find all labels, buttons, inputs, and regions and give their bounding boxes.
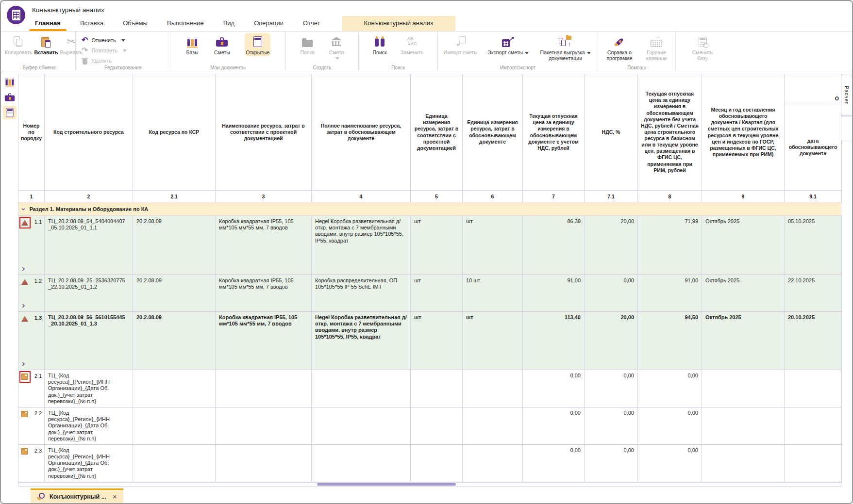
search-button[interactable]: Поиск [372,33,388,56]
cell-code[interactable]: ТЦ_{Код ресурса}_{Регион}_{ИНН Организац… [45,370,133,407]
cell-price_vat[interactable]: 91,00 [523,275,585,312]
column-header[interactable]: Код ресурса по КСР [133,74,216,191]
opened-button[interactable]: Открытые [245,33,270,56]
table-row[interactable]: 2.2ТЦ_{Код ресурса}_{Регион}_{ИНН Органи… [18,407,841,445]
table-row[interactable]: 1.2›ТЦ_20.2.08.09_25_2536320775 _22.10.2… [18,275,841,312]
tab-otchet[interactable]: Отчет [296,16,327,31]
hotkeys-button[interactable]: Горячие клавиши [640,33,673,62]
cell-month[interactable]: Октябрь 2025 [702,216,785,275]
column-number[interactable]: 2.1 [133,191,216,202]
rail-estimates-button[interactable] [3,90,17,104]
cell-price_no_vat[interactable]: 0,00 [638,445,702,482]
cell-unit_doc[interactable]: 10 шт [463,275,523,312]
package-icon[interactable] [21,448,29,455]
cell-price_no_vat[interactable]: 0,00 [638,370,702,407]
cell-full_name[interactable]: Hegel Коробка разветвительная д/откр. мо… [312,312,411,370]
cell-price_no_vat[interactable]: 94,50 [638,312,702,370]
cell-code[interactable]: ТЦ_20.2.08.09_56_5610155445 _20.10.2025_… [45,312,133,370]
undo-dropdown-icon[interactable] [121,39,125,42]
tab-vypolnenie[interactable]: Выполнение [160,16,211,31]
cell-unit_doc[interactable] [463,407,523,445]
cell-full_name[interactable] [312,370,411,407]
cell-unit_proj[interactable]: шт [411,312,463,370]
cell-unit_proj[interactable]: шт [411,275,463,312]
expand-row-icon[interactable]: › [22,360,25,366]
column-number[interactable]: 5 [411,191,463,202]
cell-code[interactable]: ТЦ_20.2.08.09_25_2536320775 _22.10.2025_… [45,275,133,312]
rail-bases-button[interactable] [3,75,17,88]
cell-ksr[interactable]: 20.2.08.09 [133,216,216,275]
cell-unit_proj[interactable]: шт [411,216,463,275]
column-number[interactable]: 7 [523,191,585,202]
estimate-dropdown-icon[interactable] [335,57,339,60]
expand-row-icon[interactable]: › [22,265,25,271]
bases-button[interactable]: Базы [185,33,200,56]
column-header[interactable]: Единица измерения ресурса, затрат в соот… [411,74,463,191]
expand-row-icon[interactable]: › [22,302,25,308]
cell-name[interactable]: Коробка квадратная IP55, 105 мм*105 мм*5… [216,216,312,275]
about-button[interactable]: Справка о программе [601,33,638,62]
column-header[interactable]: Номер по порядку [18,74,45,191]
estimates-button[interactable]: Сметы [213,33,231,56]
package-icon[interactable] [21,374,29,380]
cell-unit_doc[interactable] [463,445,523,482]
package-icon[interactable] [21,411,29,418]
cell-month[interactable] [702,445,785,482]
copy-button[interactable]: Копировать [4,33,33,56]
cell-month[interactable] [702,370,785,407]
tab-vid[interactable]: Вид [217,16,242,31]
cell-price_vat[interactable]: 0,00 [523,370,585,407]
cell-row-number[interactable]: 1.1› [18,216,45,275]
column-header[interactable]: Текущая отпускная цена за единицу измере… [523,74,585,191]
cell-price_vat[interactable]: 86,39 [523,216,585,275]
cell-price_vat[interactable]: 0,00 [523,445,585,482]
tab-konyunkturny-analiz[interactable]: Конъюнктурный анализ [342,16,455,31]
import-estimate-button[interactable]: ↲ Импорт сметы [439,33,482,56]
redo-dropdown-icon[interactable] [123,49,127,52]
column-header[interactable]: Одата обосновывающего документа [785,74,842,191]
tab-obyomy[interactable]: Объёмы [116,16,154,31]
cell-unit_doc[interactable]: шт [463,216,523,275]
cell-full_name[interactable] [312,407,411,445]
cell-date[interactable] [785,445,842,482]
cell-price_no_vat[interactable]: 0,00 [638,407,702,445]
column-header[interactable]: Текущая отпускная цена за единицу измере… [638,74,702,191]
cell-name[interactable] [216,407,312,445]
cell-ksr[interactable] [133,407,216,445]
cell-vat[interactable]: 20,00 [585,216,638,275]
cell-vat[interactable]: 0,00 [585,445,638,482]
cell-full_name[interactable]: Коробка распределительная, ОП 105*105*55… [312,275,411,312]
cell-date[interactable] [785,407,842,445]
horizontal-scrollbar[interactable] [18,482,841,487]
undo-button[interactable]: ↶ Отменить [82,36,125,44]
column-number[interactable]: 2 [45,191,133,202]
cell-price_no_vat[interactable]: 91,00 [638,275,702,312]
rail-opened-button[interactable] [3,106,17,119]
delete-button[interactable]: Удалить [82,57,112,65]
cell-price_vat[interactable]: 0,00 [523,407,585,445]
estimate-button[interactable]: Смета [328,33,345,60]
column-number[interactable]: 4 [312,191,411,202]
column-number[interactable]: 8 [638,191,702,202]
cell-month[interactable]: Октябрь 2025 [702,312,785,370]
table-row[interactable]: 1.3›ТЦ_20.2.08.09_56_5610155445 _20.10.2… [18,312,841,370]
cell-vat[interactable]: 0,00 [585,370,638,407]
cell-ksr[interactable] [133,370,216,407]
cell-row-number[interactable]: 2.1 [18,370,45,407]
cell-unit_proj[interactable] [411,445,463,482]
cell-unit_proj[interactable] [411,370,463,407]
export-estimate-button[interactable]: ↗ Экспорт сметы [482,33,534,56]
redo-button[interactable]: ↷ Повторить [82,47,127,54]
paste-button[interactable]: Вставить [33,33,59,56]
cell-row-number[interactable]: 2.3 [18,445,45,482]
table-row[interactable]: 1.1›ТЦ_20.2.08.09_54_5404084407 _05.10.2… [18,216,841,275]
cell-month[interactable] [702,407,785,445]
column-header[interactable]: Полное наименование ресурса, затрат в об… [312,74,411,191]
cell-vat[interactable]: 20,00 [585,312,638,370]
section-row[interactable]: › Раздел 1. Материалы и Оборудование по … [18,202,841,216]
warning-icon[interactable] [21,315,29,322]
cell-date[interactable]: 05.10.2025 [785,216,842,275]
cell-unit_doc[interactable] [463,370,523,407]
change-db-button[interactable]: Сменить базу [686,33,719,62]
batch-dropdown-icon[interactable] [587,52,591,54]
